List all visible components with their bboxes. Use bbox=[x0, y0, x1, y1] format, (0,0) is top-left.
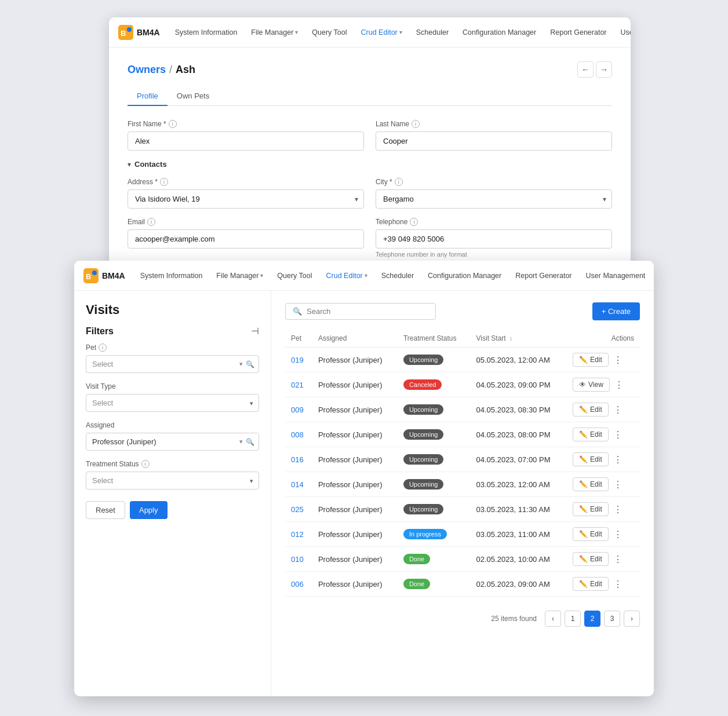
more-options-button[interactable]: ⋮ bbox=[611, 577, 625, 591]
nav-file-manager-w2[interactable]: File Manager ▾ bbox=[210, 268, 269, 283]
more-options-button[interactable]: ⋮ bbox=[611, 452, 625, 466]
next-record-button[interactable]: → bbox=[596, 61, 612, 78]
assigned-filter-select[interactable]: Professor (Juniper) bbox=[86, 433, 259, 451]
nav-scheduler-w1[interactable]: Scheduler bbox=[410, 25, 454, 40]
nav-report-w1[interactable]: Report Generator bbox=[544, 25, 612, 40]
first-name-input[interactable] bbox=[128, 131, 364, 151]
visit-type-filter-label: Visit Type bbox=[86, 382, 259, 390]
telephone-hint: Telephone number in any format bbox=[376, 251, 612, 258]
collapse-filters-icon[interactable]: ⊣ bbox=[251, 326, 259, 337]
edit-button[interactable]: ✏️ Edit bbox=[573, 353, 609, 367]
page-2-button[interactable]: 2 bbox=[584, 611, 600, 627]
search-icon[interactable]: 🔍 bbox=[246, 360, 254, 368]
pagination: 25 items found ‹ 1 2 3 › bbox=[285, 606, 640, 627]
row-actions: ✏️ Edit ⋮ bbox=[573, 353, 634, 367]
pet-id-link[interactable]: 019 bbox=[291, 356, 304, 364]
next-page-button[interactable]: › bbox=[624, 611, 640, 627]
nav-crud-editor-w1[interactable]: Crud Editor ▾ bbox=[355, 25, 408, 40]
pet-id-link[interactable]: 006 bbox=[291, 580, 304, 589]
pet-id-link[interactable]: 010 bbox=[291, 555, 304, 564]
pet-id-link[interactable]: 009 bbox=[291, 406, 304, 414]
nav-user-mgmt-w1[interactable]: User Management bbox=[615, 25, 631, 40]
nav-system-info-w2[interactable]: System Information bbox=[134, 268, 209, 283]
pet-filter-group: Pet i Select ▾ 🔍 bbox=[86, 344, 259, 373]
search-icon[interactable]: 🔍 bbox=[246, 438, 254, 446]
more-options-button[interactable]: ⋮ bbox=[611, 353, 625, 367]
edit-button[interactable]: ✏️ Edit bbox=[573, 527, 609, 541]
nav-config-w1[interactable]: Configuration Manager bbox=[457, 25, 542, 40]
prev-record-button[interactable]: ← bbox=[577, 61, 594, 78]
table-row: 010 Professor (Juniper) Done 02.05.2023,… bbox=[285, 547, 640, 572]
edit-button[interactable]: ✏️ Edit bbox=[573, 552, 609, 566]
pet-id-link[interactable]: 025 bbox=[291, 505, 304, 514]
breadcrumb-link[interactable]: Owners bbox=[128, 64, 166, 76]
nav-scheduler-w2[interactable]: Scheduler bbox=[376, 268, 420, 283]
pet-id-link[interactable]: 008 bbox=[291, 430, 304, 439]
nav-system-info-w1[interactable]: System Information bbox=[169, 25, 243, 40]
cell-visit-start: 03.05.2023, 11:00 AM bbox=[471, 522, 567, 547]
last-name-input[interactable] bbox=[376, 131, 612, 151]
visit-type-filter-select[interactable]: Select bbox=[86, 394, 259, 412]
edit-icon: ✏️ bbox=[579, 356, 588, 364]
edit-button[interactable]: ✏️ Edit bbox=[573, 477, 609, 491]
cell-pet: 014 bbox=[285, 472, 312, 497]
more-options-button[interactable]: ⋮ bbox=[611, 477, 625, 491]
tab-profile[interactable]: Profile bbox=[128, 87, 168, 106]
pet-id-link[interactable]: 012 bbox=[291, 530, 304, 539]
telephone-input[interactable] bbox=[376, 229, 612, 249]
cell-pet: 009 bbox=[285, 397, 312, 422]
pet-id-link[interactable]: 016 bbox=[291, 455, 304, 464]
edit-button[interactable]: ✏️ Edit bbox=[573, 428, 609, 441]
nav-user-mgmt-w2[interactable]: User Management bbox=[580, 268, 651, 283]
filters-apply-button[interactable]: Apply bbox=[130, 501, 168, 519]
pet-id-link[interactable]: 021 bbox=[291, 381, 304, 389]
filters-heading-text: Filters bbox=[86, 326, 114, 337]
address-select[interactable]: Via Isidoro Wiel, 19 bbox=[128, 189, 364, 209]
more-options-button[interactable]: ⋮ bbox=[611, 502, 625, 516]
table-header: Pet Assigned Treatment Status Visit Star… bbox=[285, 330, 640, 348]
city-select[interactable]: Bergamo bbox=[376, 189, 612, 209]
chevron-down-icon: ▾ bbox=[260, 272, 263, 279]
create-button[interactable]: + Create bbox=[592, 302, 640, 320]
treatment-status-filter-select[interactable]: Select bbox=[86, 472, 259, 489]
more-options-button[interactable]: ⋮ bbox=[611, 552, 625, 566]
cell-visit-start: 04.05.2023, 08:00 PM bbox=[471, 422, 567, 447]
nav-query-tool-w2[interactable]: Query Tool bbox=[271, 268, 318, 283]
prev-page-button[interactable]: ‹ bbox=[545, 611, 561, 627]
table-body: 019 Professor (Juniper) Upcoming 05.05.2… bbox=[285, 348, 640, 597]
pagination-info: 25 items found bbox=[491, 615, 537, 623]
cell-visit-start: 03.05.2023, 12:00 AM bbox=[471, 472, 567, 497]
search-input[interactable] bbox=[307, 307, 428, 316]
view-button[interactable]: 👁 View bbox=[573, 378, 610, 392]
contacts-section-header[interactable]: ▾ Contacts bbox=[128, 160, 612, 169]
pet-filter-label: Pet i bbox=[86, 344, 259, 352]
nav-config-w2[interactable]: Configuration Manager bbox=[422, 268, 507, 283]
more-options-button[interactable]: ⋮ bbox=[611, 403, 625, 417]
edit-button[interactable]: ✏️ Edit bbox=[573, 502, 609, 516]
more-options-button[interactable]: ⋮ bbox=[612, 378, 626, 392]
cell-pet: 025 bbox=[285, 497, 312, 522]
col-visit-start[interactable]: Visit Start ↕ bbox=[471, 330, 567, 348]
email-input[interactable] bbox=[128, 229, 364, 249]
more-options-button[interactable]: ⋮ bbox=[611, 527, 625, 541]
treatment-status-filter-label: Treatment Status i bbox=[86, 460, 259, 468]
edit-button[interactable]: ✏️ Edit bbox=[573, 403, 609, 417]
tab-own-pets[interactable]: Own Pets bbox=[168, 87, 219, 106]
cell-actions: 👁 View ⋮ bbox=[567, 372, 640, 397]
more-options-button[interactable]: ⋮ bbox=[611, 428, 625, 441]
cell-assigned: Professor (Juniper) bbox=[312, 447, 398, 472]
filters-reset-button[interactable]: Reset bbox=[86, 501, 125, 519]
nav-report-w2[interactable]: Report Generator bbox=[509, 268, 577, 283]
page-3-button[interactable]: 3 bbox=[604, 611, 620, 627]
pet-id-link[interactable]: 014 bbox=[291, 480, 304, 489]
edit-button[interactable]: ✏️ Edit bbox=[573, 577, 609, 591]
nav-query-tool-w1[interactable]: Query Tool bbox=[306, 25, 352, 40]
pet-filter-select[interactable]: Select bbox=[86, 355, 259, 373]
page-1-button[interactable]: 1 bbox=[565, 611, 581, 627]
row-actions: ✏️ Edit ⋮ bbox=[573, 552, 634, 566]
breadcrumb-nav: ← → bbox=[577, 61, 612, 78]
edit-button[interactable]: ✏️ Edit bbox=[573, 452, 609, 466]
nav-crud-editor-w2[interactable]: Crud Editor ▾ bbox=[321, 268, 373, 283]
cell-assigned: Professor (Juniper) bbox=[312, 472, 398, 497]
nav-file-manager-w1[interactable]: File Manager ▾ bbox=[245, 25, 304, 40]
